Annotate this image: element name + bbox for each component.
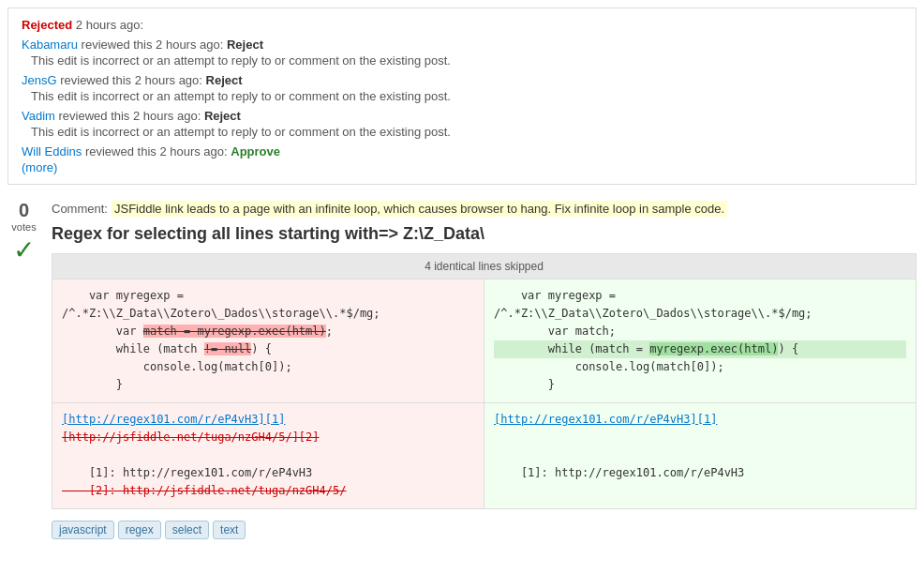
reviewer-1-time: reviewed this 2 hours ago: — [78, 38, 227, 52]
reviewer-4-action: Approve — [231, 144, 280, 159]
comment-text: JSFiddle link leads to a page with an in… — [112, 201, 727, 217]
right-code-1: var myregexp = — [494, 287, 906, 305]
reviewer-3-name[interactable]: Vadim — [22, 109, 55, 123]
right-footnote-1: [1]: http://regex101.com/r/eP4vH3 — [494, 464, 906, 482]
reviewer-line-3: Vadim reviewed this 2 hours ago: Reject … — [22, 109, 902, 139]
left-code-1: var myregexp = — [62, 287, 474, 305]
left-code-2: /^.*Z:\\Z_Data\\Zotero\_Dados\\storage\\… — [62, 305, 474, 323]
left-footnote-1: [1]: http://regex101.com/r/eP4vH3 — [62, 464, 474, 482]
links-left-col: [http://regex101.com/r/eP4vH3][1] [http:… — [52, 402, 484, 508]
diff-container: 4 identical lines skipped var myregexp =… — [52, 253, 917, 509]
rejection-box: Rejected 2 hours ago: Kabamaru reviewed … — [7, 8, 917, 185]
reviewer-line-1: Kabamaru reviewed this 2 hours ago: Reje… — [22, 38, 902, 68]
reviewer-4-name[interactable]: Will Eddins — [22, 144, 82, 159]
diff-right-col: var myregexp = /^.*Z:\\Z_Data\\Zotero\_D… — [484, 279, 916, 402]
tag-javascript[interactable]: javascript — [52, 521, 114, 539]
rejection-header: Rejected 2 hours ago: — [22, 18, 902, 32]
reviewer-1-name[interactable]: Kabamaru — [22, 38, 78, 52]
left-link-2: [http://jsfiddle.net/tuga/nzGH4/5/][2] — [62, 429, 474, 446]
left-footnote-spacer — [62, 446, 474, 464]
left-link-1: [http://regex101.com/r/eP4vH3][1] — [62, 411, 474, 429]
reviewer-3-time: reviewed this 2 hours ago: — [55, 109, 204, 123]
reviewer-3-action: Reject — [204, 109, 241, 123]
rejected-label: Rejected — [22, 18, 72, 32]
left-code-3: var match = myregexp.exec(html); — [62, 323, 474, 340]
links-section: [http://regex101.com/r/eP4vH3][1] [http:… — [52, 402, 916, 508]
tag-select[interactable]: select — [165, 521, 209, 539]
right-link-1: [http://regex101.com/r/eP4vH3][1] — [494, 411, 906, 429]
left-code-4: while (match != null) { — [62, 340, 474, 358]
reviewer-2-reason: This edit is incorrect or an attempt to … — [31, 89, 902, 103]
reviewer-line-4: Will Eddins reviewed this 2 hours ago: A… — [22, 144, 902, 159]
reviewer-1-reason: This edit is incorrect or an attempt to … — [31, 53, 902, 68]
more-link[interactable]: (more) — [22, 160, 902, 174]
tags-section: javascript regex select text — [52, 519, 917, 541]
reviewer-line-2: JensG reviewed this 2 hours ago: Reject … — [22, 73, 902, 103]
right-code-3: var match; — [494, 323, 906, 340]
question-title: Regex for selecting all lines starting w… — [52, 224, 917, 244]
comment-label: Comment: — [52, 202, 108, 216]
right-code-6: } — [494, 376, 906, 394]
tag-regex[interactable]: regex — [118, 521, 161, 539]
right-code-4: while (match = myregexp.exec(html)) { — [494, 340, 906, 358]
content-area: Comment:JSFiddle link leads to a page wi… — [52, 200, 917, 541]
rejected-time: 2 hours ago: — [72, 18, 143, 32]
vote-section: 0 votes ✓ Comment:JSFiddle link leads to… — [7, 200, 917, 541]
reviewer-2-time: reviewed this 2 hours ago: — [57, 73, 206, 87]
right-code-2: /^.*Z:\\Z_Data\\Zotero\_Dados\\storage\\… — [494, 305, 906, 323]
reviewer-2-action: Reject — [206, 73, 243, 87]
diff-code-columns: var myregexp = /^.*Z:\\Z_Data\\Zotero\_D… — [52, 279, 916, 402]
reviewer-2-name[interactable]: JensG — [22, 73, 57, 87]
left-code-5: console.log(match[0]); — [62, 358, 474, 376]
reviewer-1-action: Reject — [227, 38, 263, 52]
accepted-checkmark: ✓ — [13, 234, 35, 265]
reviewer-4-time: reviewed this 2 hours ago: — [82, 144, 231, 159]
main-content: 0 votes ✓ Comment:JSFiddle link leads to… — [0, 192, 924, 549]
vote-box: 0 votes ✓ — [7, 200, 40, 265]
reviewer-3-reason: This edit is incorrect or an attempt to … — [31, 125, 902, 139]
right-footnote-spacer — [494, 446, 906, 464]
skipped-lines-label: 4 identical lines skipped — [52, 254, 916, 279]
vote-label: votes — [11, 221, 36, 233]
links-right-col: [http://regex101.com/r/eP4vH3][1] [1]: h… — [484, 402, 916, 508]
left-code-6: } — [62, 376, 474, 394]
tag-text[interactable]: text — [213, 521, 246, 539]
right-link-spacer — [494, 429, 906, 446]
left-footnote-2: [2]: http://jsfiddle.net/tuga/nzGH4/5/ — [62, 482, 474, 500]
diff-left-col: var myregexp = /^.*Z:\\Z_Data\\Zotero\_D… — [52, 279, 484, 402]
comment-line: Comment:JSFiddle link leads to a page wi… — [52, 200, 917, 219]
vote-count: 0 — [19, 200, 29, 221]
right-code-5: console.log(match[0]); — [494, 358, 906, 376]
